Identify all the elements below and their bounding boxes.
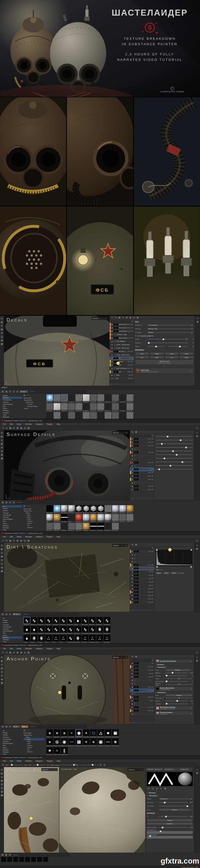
base-color-resource[interactable]: Base ColorDirty_Steel_02_UV_H_CM_1 ∨ xyxy=(135,368,194,374)
toolbar-icon[interactable]: ◐ xyxy=(12,539,16,542)
shelf-thumbnail[interactable]: Grunge Fin. xyxy=(61,412,68,419)
channel-toggle[interactable]: emiss xyxy=(179,356,194,359)
toolbar-icon[interactable]: ◎ xyxy=(131,543,134,546)
shelf-thumbnail[interactable]: ∿Charcoal Sti. xyxy=(82,626,89,634)
shelf-thumbnail[interactable]: Aluminium. xyxy=(105,514,111,522)
layer-blend-opacity[interactable]: Mul 44 xyxy=(130,358,133,359)
shelf-thumbnail[interactable]: ∴Dirt 1 xyxy=(45,635,52,643)
visibility-eye-icon[interactable]: ◉ xyxy=(132,713,133,715)
shape-select[interactable]: Paraboloid∨ xyxy=(159,798,193,800)
tool-icon[interactable]: ◧ xyxy=(1,772,3,775)
chevron-down-icon[interactable]: ∨ xyxy=(155,692,156,693)
layer-row[interactable]: ◉ ƒ matfinish_rough xyxy=(110,333,134,336)
filter-chip[interactable]: Grunge xyxy=(20,390,28,393)
visibility-eye-icon[interactable]: ◉ xyxy=(111,371,113,372)
tool-icon[interactable]: ◧ xyxy=(1,435,3,438)
menu-item[interactable]: Edit xyxy=(8,648,15,650)
shelf-category[interactable]: Particles xyxy=(2,751,22,753)
layer-row[interactable]: ◉ ƒ Norm 100 xyxy=(130,437,154,441)
shelf-category[interactable]: Alphas xyxy=(2,621,22,623)
layer-row[interactable]: ◉ ƒ Ldge 50 xyxy=(130,672,154,675)
dock-icon[interactable]: ◎ xyxy=(196,544,198,547)
layer-row[interactable]: ◉ ƒ Norm 100 xyxy=(130,471,154,474)
pencil-icon[interactable]: ✎ xyxy=(192,809,193,811)
shelf-thumbnail[interactable]: Grunge Gal. xyxy=(97,412,104,419)
menu-item[interactable]: Help xyxy=(55,536,62,538)
shelf-category[interactable]: Filters xyxy=(2,523,22,525)
link-icon[interactable]: ∞ xyxy=(12,390,15,393)
layer-row[interactable]: ◉ ƒ paint overlay Ovrl 100 xyxy=(110,336,134,340)
shelf-category[interactable]: Skin xyxy=(2,744,22,746)
shelf-thumbnail[interactable]: ◎Shape Cone xyxy=(54,738,60,746)
dock-icon[interactable]: ◎ xyxy=(197,317,198,319)
offset-x-slider[interactable] xyxy=(147,346,165,347)
layer-row[interactable]: ◉ ƒ Ldge 0 xyxy=(130,699,154,702)
dock-icon[interactable]: ▣ xyxy=(196,659,198,662)
toolbar-icon[interactable]: ◐ xyxy=(12,427,16,429)
shelf-category[interactable]: Grunges xyxy=(2,512,22,514)
layer-row[interactable]: ◉ ƒ Mul 100 xyxy=(130,570,154,574)
auto-button[interactable]: Auto xyxy=(163,572,170,574)
tool-icon[interactable]: ✎ xyxy=(1,317,3,320)
tool-icon[interactable]: ◎ xyxy=(1,674,3,677)
shelf-thumbnail[interactable]: ∿Chalk Strong xyxy=(60,626,67,634)
tool-icon[interactable]: ◩ xyxy=(1,779,3,782)
shelf-search-input[interactable] xyxy=(29,725,86,728)
shelf-category[interactable]: Project xyxy=(2,507,22,509)
toolbar-icon[interactable]: ▣ xyxy=(27,539,30,542)
shelf-thumbnail[interactable]: Anisotropi. xyxy=(97,523,104,531)
shelf-thumbnail[interactable]: Grunge Cr. xyxy=(112,394,119,403)
dock-icon[interactable]: ▣ xyxy=(197,320,199,323)
invert-toggle[interactable]: Off xyxy=(165,677,193,680)
shelf-thumbnail[interactable]: ●Shape Circl. xyxy=(46,738,53,746)
shelf-category[interactable]: Project xyxy=(2,732,22,734)
layer-row[interactable]: ◉ ƒ Norm 100 xyxy=(130,478,154,481)
layer-row[interactable]: ◉ ƒ Levels - Roughness xyxy=(110,343,134,346)
properties-tab[interactable]: TEXTURE SET S... xyxy=(162,768,178,771)
pencil-icon[interactable]: ✎ xyxy=(192,669,193,671)
tool-icon[interactable]: ✎ xyxy=(1,768,3,771)
visibility-eye-icon[interactable]: ◉ xyxy=(132,438,133,440)
tool-icon[interactable]: ◆ xyxy=(1,566,3,569)
tool-icon[interactable]: ◐ xyxy=(1,552,3,554)
shelf-thumbnail[interactable]: Algae xyxy=(68,514,75,522)
shelf-thumbnail[interactable]: ▧Shape Grad. xyxy=(76,738,82,746)
shelf-thumbnail[interactable]: Grunge De. xyxy=(126,394,133,403)
shelf-thumbnail[interactable]: ≡Shape Lines xyxy=(83,738,90,746)
menu-item[interactable]: Help xyxy=(55,648,62,650)
shelf-category[interactable]: Filters xyxy=(2,407,22,409)
shelf-thumbnail[interactable]: ●Cement 2 xyxy=(31,626,37,634)
layer-row[interactable]: ◉ ƒ Norm 100 xyxy=(130,689,154,692)
menu-item[interactable]: Window xyxy=(23,648,34,650)
shelf-search-input[interactable] xyxy=(12,854,69,856)
visibility-eye-icon[interactable]: ◉ xyxy=(132,571,133,572)
channel-toggle[interactable]: rough xyxy=(165,352,179,355)
layer-row[interactable]: ◉ ƒ Color Balance xyxy=(110,340,134,343)
material-dropdown[interactable]: Material∨ xyxy=(112,656,128,659)
toolbar-icon[interactable]: ▣ xyxy=(135,655,138,658)
rotation-slider[interactable] xyxy=(147,343,188,343)
chevron-down-icon[interactable]: ∨ xyxy=(155,666,156,668)
plus-icon[interactable]: + xyxy=(160,787,163,790)
shelf-thumbnail[interactable]: ●Shape xyxy=(46,730,53,738)
shelf-thumbnail[interactable]: aCP xyxy=(46,514,53,522)
visibility-eye-icon[interactable]: ◉ xyxy=(132,478,133,480)
check-icon[interactable]: ✓ xyxy=(26,505,28,507)
menu-item[interactable]: Edit xyxy=(8,423,15,425)
contrast-slider[interactable] xyxy=(165,704,188,704)
shelf-thumbnail[interactable]: Ambient O. xyxy=(112,514,119,522)
funnel-icon[interactable]: ▼ xyxy=(8,613,11,616)
shelf-thumbnail[interactable] xyxy=(25,857,30,862)
layer-row[interactable]: ◉ ƒ xyxy=(130,557,154,560)
layer-row[interactable]: ◉ ƒ xyxy=(130,454,154,458)
visibility-eye-icon[interactable]: ◉ xyxy=(132,588,133,589)
contrast-slider[interactable] xyxy=(165,676,188,676)
menu-item[interactable]: Viewport xyxy=(34,423,45,425)
shelf-thumbnail[interactable]: Grunge Dir. xyxy=(54,403,60,411)
visibility-eye-icon[interactable]: ◉ xyxy=(111,361,113,362)
folder-icon[interactable]: ▤ xyxy=(1,854,4,856)
shelf-search-input[interactable] xyxy=(29,390,86,393)
visibility-eye-icon[interactable]: ◉ xyxy=(132,489,133,490)
add-folder-icon[interactable] xyxy=(133,498,135,499)
shelf-thumbnail[interactable]: ∿Calligraphic xyxy=(104,617,110,625)
